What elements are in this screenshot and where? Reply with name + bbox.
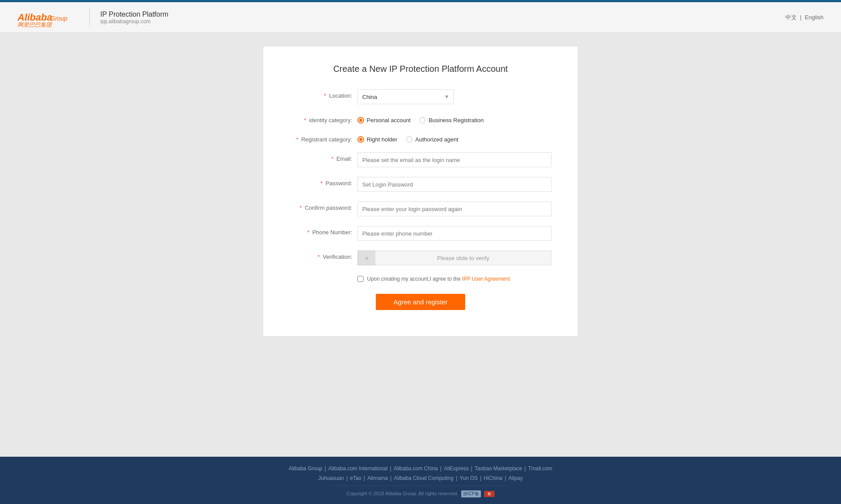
platform-url: ipp.alibabagroup.com (100, 18, 168, 25)
identity-label: * identity category: (290, 114, 357, 123)
registrant-control: Right holder Authorized agent (357, 133, 551, 143)
slider-arrows-icon: » (365, 254, 369, 261)
footer-divider (333, 486, 508, 486)
email-input[interactable] (357, 152, 551, 167)
footer-link-alipay[interactable]: Alipay (509, 475, 523, 481)
header-left: Alibaba 网里巴巴集团 Group IP Protection Platf… (18, 7, 168, 27)
registrant-row: * Registrant category: Right holder Auth… (290, 133, 551, 143)
slider-verification[interactable]: » Please slide to verify (357, 250, 551, 265)
email-required: * (331, 155, 333, 162)
verification-row: * Verification: » Please slide to verify (290, 250, 551, 265)
identity-row: * identity category: Personal account Bu… (290, 114, 551, 123)
footer-link-alibaba-group[interactable]: Alibaba Group (289, 465, 322, 472)
confirm-password-input[interactable] (357, 201, 551, 216)
confirm-password-control (357, 201, 551, 216)
verification-label: * Verification: (290, 250, 357, 260)
registrant-rightholder-radio[interactable] (357, 136, 364, 143)
footer-link-aliexpress[interactable]: AliExpress (444, 465, 469, 472)
registrant-agent-label: Authorized agent (415, 136, 458, 143)
confirm-password-label: * Confirm password: (290, 201, 357, 211)
registrant-rightholder-option[interactable]: Right holder (357, 136, 397, 143)
phone-required: * (307, 229, 309, 236)
password-control (357, 177, 551, 192)
location-row: * Location: China United States Europe O… (290, 89, 551, 104)
location-select-wrap: China United States Europe Other ▼ (357, 89, 454, 104)
footer-link-international[interactable]: Alibaba.com International (329, 465, 388, 472)
footer-link-tmall[interactable]: Tmall.com (528, 465, 552, 472)
footer-link-cloud[interactable]: Alibaba Cloud Computing (394, 475, 453, 481)
phone-row: * Phone Number: (290, 226, 551, 241)
identity-business-label: Business Registration (428, 117, 484, 123)
lang-en-link[interactable]: English (805, 14, 823, 21)
email-control (357, 152, 551, 167)
footer-link-juhuasuan[interactable]: Juhuasuan (318, 475, 344, 481)
ipp-agreement-link[interactable]: IPP User Agreement (462, 276, 510, 282)
registrant-rightholder-label: Right holder (367, 136, 397, 143)
main-content: Create a New IP Protection Platform Acco… (0, 33, 841, 457)
footer-link-china[interactable]: Alibaba.com China (394, 465, 438, 472)
phone-label: * Phone Number: (290, 226, 357, 236)
phone-control (357, 226, 551, 241)
register-button[interactable]: Agree and register (376, 294, 465, 310)
form-card: Create a New IP Protection Platform Acco… (263, 46, 578, 337)
password-row: * Password: (290, 177, 551, 192)
location-required: * (324, 92, 326, 99)
lang-cn-link[interactable]: 中文 (785, 14, 797, 21)
agreement-text: Upon creating my account,I agree to the … (367, 275, 510, 283)
registrant-agent-option[interactable]: Authorized agent (406, 136, 458, 143)
identity-required: * (304, 117, 306, 123)
identity-personal-radio[interactable] (357, 117, 364, 123)
identity-radio-group: Personal account Business Registration (357, 114, 551, 123)
password-input[interactable] (357, 177, 551, 192)
platform-info: IP Protection Platform ipp.alibabagroup.… (100, 11, 168, 25)
svg-text:Group: Group (50, 15, 67, 22)
register-btn-row: Agree and register (290, 294, 551, 310)
logo-divider (89, 9, 90, 26)
language-switcher: 中文 | English (785, 14, 823, 21)
identity-control: Personal account Business Registration (357, 114, 551, 123)
email-label: * Email: (290, 152, 357, 162)
footer-link-alimama[interactable]: Alimama (367, 475, 388, 481)
agreement-prefix: Upon creating my account,I agree to the (367, 276, 462, 282)
header: Alibaba 网里巴巴集团 Group IP Protection Platf… (0, 2, 841, 33)
footer-links-row2: Juhuasuan | eTao | Alimama | Alibaba Clo… (9, 475, 832, 481)
identity-personal-option[interactable]: Personal account (357, 117, 410, 123)
icp-badge: 浙ICP备 (461, 490, 481, 497)
footer-link-taobao[interactable]: Taobao Marketplace (475, 465, 522, 472)
svg-text:网里巴巴集团: 网里巴巴集团 (18, 21, 53, 27)
registrant-label: * Registrant category: (290, 133, 357, 143)
registrant-required: * (296, 136, 298, 143)
footer-copyright: Copyright © 2018 Alibaba Group. All righ… (9, 490, 832, 497)
footer-link-yunos[interactable]: Yun OS (459, 475, 477, 481)
password-required: * (321, 180, 323, 187)
lang-separator: | (800, 14, 801, 21)
footer-link-etao[interactable]: eTao (350, 475, 361, 481)
logo-svg: Alibaba 网里巴巴集团 Group (18, 7, 79, 27)
registrant-agent-radio[interactable] (406, 136, 413, 143)
registrant-radio-group: Right holder Authorized agent (357, 133, 551, 143)
footer-link-hichina[interactable]: HiChina (484, 475, 502, 481)
form-title: Create a New IP Protection Platform Acco… (290, 64, 551, 74)
password-label: * Password: (290, 177, 357, 187)
verification-required: * (318, 254, 320, 260)
identity-business-option[interactable]: Business Registration (419, 117, 484, 123)
footer: Alibaba Group | Alibaba.com Internationa… (0, 457, 841, 504)
phone-input[interactable] (357, 226, 551, 241)
email-row: * Email: (290, 152, 551, 167)
location-control: China United States Europe Other ▼ (357, 89, 551, 104)
identity-business-radio[interactable] (419, 117, 426, 123)
verification-control: » Please slide to verify (357, 250, 551, 265)
confirm-required: * (300, 204, 302, 211)
logo-area: Alibaba 网里巴巴集团 Group IP Protection Platf… (18, 7, 168, 27)
identity-personal-label: Personal account (367, 117, 410, 123)
platform-title: IP Protection Platform (100, 11, 168, 18)
slider-handle[interactable]: » (358, 250, 375, 265)
location-label: * Location: (290, 89, 357, 99)
location-select[interactable]: China United States Europe Other (357, 89, 454, 104)
slider-text: Please slide to verify (375, 255, 551, 261)
svg-text:警: 警 (488, 492, 491, 496)
icp-icon: 警 (484, 491, 495, 496)
footer-links-row1: Alibaba Group | Alibaba.com Internationa… (9, 465, 832, 472)
alibaba-logo: Alibaba 网里巴巴集团 Group (18, 7, 79, 27)
agreement-checkbox[interactable] (357, 276, 364, 282)
